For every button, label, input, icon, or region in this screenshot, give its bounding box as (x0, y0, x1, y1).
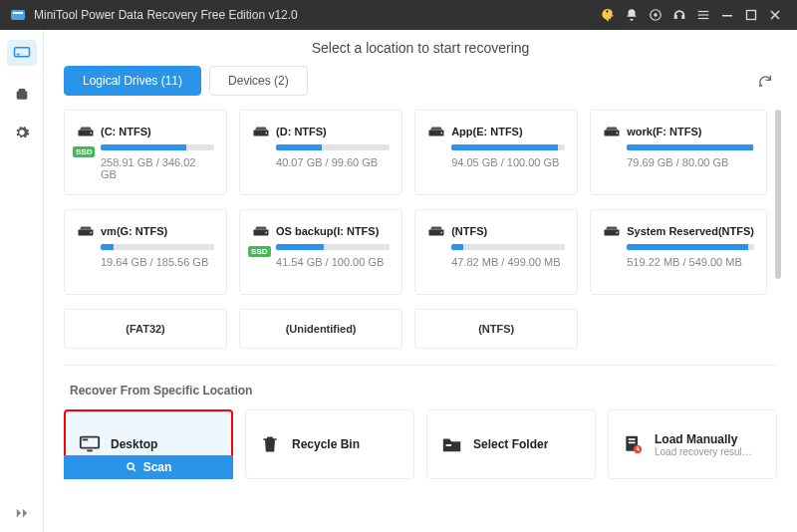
load-label: Load Manually (655, 432, 754, 446)
drive-card[interactable]: (D: NTFS) 40.07 GB / 99.60 GB (239, 110, 402, 195)
minimize-button[interactable] (715, 0, 739, 30)
svg-rect-7 (722, 15, 732, 17)
folder-label: Select Folder (473, 437, 548, 451)
desktop-icon (79, 434, 101, 454)
svg-rect-6 (698, 18, 709, 19)
load-sub: Load recovery result (*... (655, 446, 754, 457)
svg-point-16 (440, 133, 442, 134)
main-panel: Select a location to start recovering Lo… (44, 30, 797, 532)
folder-icon (441, 434, 463, 454)
hdd-icon (427, 125, 445, 138)
drive-card[interactable]: App(E: NTFS) 94.05 GB / 100.00 GB (414, 110, 578, 195)
drive-usage-bar (276, 244, 390, 250)
drive-label: System Reserved(NTFS) (627, 225, 754, 237)
drive-usage-bar (101, 144, 214, 150)
recycle-label: Recycle Bin (292, 437, 360, 451)
drive-label: (C: NTFS) (101, 126, 151, 137)
svg-rect-1 (13, 12, 23, 14)
hdd-icon (252, 125, 270, 138)
svg-rect-28 (83, 439, 89, 441)
drive-capacity: 40.07 GB / 99.60 GB (276, 156, 390, 168)
drive-card[interactable]: (C: NTFS) SSD 258.91 GB / 346.02 GB (64, 110, 227, 195)
hdd-icon (252, 224, 270, 238)
locations-grid: Desktop Scan Recycle Bin Select Folder (64, 409, 777, 479)
svg-rect-4 (698, 11, 709, 12)
refresh-button[interactable] (753, 69, 777, 93)
drive-label: vm(G: NTFS) (101, 225, 167, 237)
svg-rect-31 (446, 444, 452, 446)
sidebar (0, 30, 44, 532)
maximize-button[interactable] (739, 0, 763, 30)
location-load-manually[interactable]: Load Manually Load recovery result (*... (608, 409, 777, 479)
sidebar-toolbox[interactable] (7, 80, 37, 106)
svg-point-24 (440, 232, 442, 234)
location-select-folder[interactable]: Select Folder (426, 409, 596, 479)
sidebar-expand-icon[interactable] (15, 507, 29, 522)
drive-usage-bar (101, 244, 214, 250)
close-button[interactable] (763, 0, 787, 30)
svg-point-18 (617, 133, 619, 134)
drives-area: (C: NTFS) SSD 258.91 GB / 346.02 GB (D: … (64, 110, 777, 349)
page-title: Select a location to start recovering (64, 40, 777, 56)
drive-card[interactable]: (NTFS) (414, 309, 578, 349)
drive-label: work(F: NTFS) (627, 126, 701, 137)
svg-point-26 (617, 232, 619, 234)
drive-capacity: 79.69 GB / 80.00 GB (627, 156, 754, 168)
drive-usage-bar (451, 144, 565, 150)
disc-icon[interactable] (644, 0, 667, 30)
location-recycle-bin[interactable]: Recycle Bin (245, 409, 414, 479)
drive-card[interactable]: (NTFS) 47.82 MB / 499.00 MB (414, 209, 578, 295)
hdd-icon (77, 125, 95, 138)
drive-capacity: 94.05 GB / 100.00 GB (451, 156, 565, 168)
app-icon (10, 7, 26, 23)
scan-button[interactable]: Scan (64, 455, 233, 479)
svg-point-12 (90, 133, 92, 134)
svg-rect-0 (11, 10, 25, 20)
window-title: MiniTool Power Data Recovery Free Editio… (34, 8, 596, 22)
drive-capacity: 19.64 GB / 185.56 GB (101, 256, 214, 268)
sidebar-settings[interactable] (7, 120, 37, 145)
drive-card[interactable]: work(F: NTFS) 79.69 GB / 80.00 GB (590, 110, 767, 195)
drive-card[interactable]: (FAT32) (64, 309, 227, 349)
drive-card[interactable]: (Unidentified) (239, 309, 402, 349)
drive-capacity: 41.54 GB / 100.00 GB (276, 256, 390, 268)
ssd-badge: SSD (73, 146, 95, 157)
svg-rect-10 (16, 54, 19, 56)
tab-row: Logical Drives (11) Devices (2) (64, 66, 777, 96)
drive-label: OS backup(I: NTFS) (276, 225, 379, 237)
menu-icon[interactable] (691, 0, 715, 30)
tab-logical-drives[interactable]: Logical Drives (11) (64, 66, 201, 96)
svg-rect-9 (14, 48, 29, 57)
drive-label: (NTFS) (478, 323, 514, 335)
location-desktop[interactable]: Desktop Scan (64, 409, 233, 479)
svg-point-20 (90, 232, 92, 234)
svg-point-14 (265, 133, 267, 134)
trash-icon (260, 434, 282, 454)
hdd-icon (603, 224, 621, 238)
key-icon[interactable] (596, 0, 620, 30)
drive-usage-bar (276, 144, 390, 150)
headset-icon[interactable] (667, 0, 691, 30)
hdd-icon (77, 224, 95, 238)
tab-devices[interactable]: Devices (2) (209, 66, 308, 96)
svg-point-3 (655, 14, 657, 16)
svg-rect-5 (698, 14, 709, 15)
svg-rect-27 (81, 437, 99, 448)
svg-point-30 (128, 463, 133, 469)
svg-rect-34 (629, 442, 636, 444)
svg-rect-8 (747, 11, 756, 20)
scan-label: Scan (143, 460, 172, 474)
scrollbar-thumb[interactable] (775, 110, 781, 279)
drive-card[interactable]: System Reserved(NTFS) 519.22 MB / 549.00… (590, 209, 767, 295)
drive-capacity: 519.22 MB / 549.00 MB (627, 256, 754, 268)
sidebar-recovery[interactable] (7, 40, 37, 66)
svg-rect-33 (629, 438, 636, 440)
scrollbar[interactable] (775, 110, 781, 349)
bell-icon[interactable] (620, 0, 644, 30)
titlebar: MiniTool Power Data Recovery Free Editio… (0, 0, 797, 30)
drive-card[interactable]: OS backup(I: NTFS) SSD 41.54 GB / 100.00… (239, 209, 402, 295)
drive-card[interactable]: vm(G: NTFS) 19.64 GB / 185.56 GB (64, 209, 227, 295)
drive-label: App(E: NTFS) (451, 126, 522, 137)
drive-capacity: 47.82 MB / 499.00 MB (451, 256, 565, 268)
drive-usage-bar (627, 144, 754, 150)
